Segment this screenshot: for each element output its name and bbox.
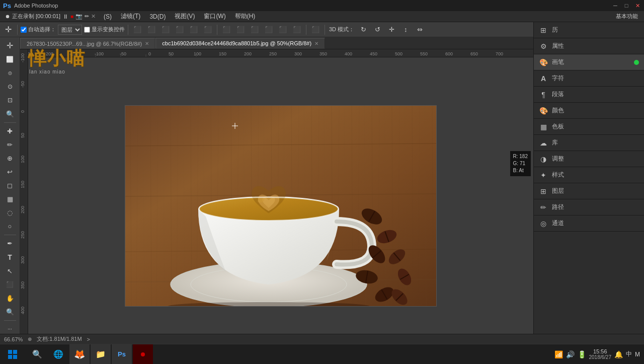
move-tool[interactable]: ✛ (3, 39, 18, 52)
3d-rotate-btn[interactable]: ↻ (357, 24, 369, 36)
lasso-tool[interactable]: ⌾ (3, 66, 18, 79)
tab-1[interactable]: 267830-1505230P...69...jpg @ 66.7%(RGB/8… (20, 38, 155, 49)
rp-color[interactable]: 🎨 颜色 (534, 103, 644, 119)
taskbar-record[interactable] (133, 344, 153, 365)
menu-s[interactable]: (S) (100, 12, 116, 21)
distribute-left-btn[interactable]: ⬛ (220, 24, 232, 36)
distribute-right-btn[interactable]: ⬛ (249, 24, 261, 36)
ruler-horizontal: -250 -200 -150 -100 -50 0 50 100 150 200… (20, 49, 533, 57)
taskbar-search[interactable]: 🔍 (27, 344, 47, 365)
taskbar-cortana[interactable]: 🌐 (48, 344, 68, 365)
quick-select-tool[interactable]: ⊙ (3, 80, 18, 93)
stop-btn[interactable]: ■ (70, 14, 73, 19)
eyedropper-tool[interactable]: 🔍 (3, 108, 18, 120)
align-center-h-btn[interactable]: ⬛ (145, 24, 157, 36)
ps-logo-icon: Ps (3, 2, 11, 10)
color-icon: 🎨 (539, 106, 548, 115)
tab-1-close[interactable]: ✕ (145, 41, 149, 46)
rp-adjustments[interactable]: ◑ 调整 (534, 151, 644, 167)
auto-select-checkbox[interactable]: 自动选择： (21, 26, 56, 33)
rp-character[interactable]: A 字符 (534, 70, 644, 87)
rp-cc-libraries[interactable]: ☁ 库 (534, 135, 644, 151)
rp-styles[interactable]: ✦ 样式 (534, 167, 644, 183)
show-transform-label: 显示变换控件 (92, 26, 125, 33)
rp-paths[interactable]: ✏ 路径 (534, 199, 644, 215)
recording-indicator: ⏺ 正在录制 [00:00:01] ⏸ ■ 📷 ✏ ✕ (2, 12, 99, 21)
notification-icon[interactable]: 🔔 (614, 350, 623, 358)
menu-help[interactable]: 帮助(H) (231, 11, 260, 22)
network-icon: 📶 (554, 350, 563, 358)
rp-channels[interactable]: ◎ 通道 (534, 215, 644, 232)
menu-filter[interactable]: 滤镜(T) (117, 11, 144, 22)
3d-scale-btn[interactable]: ⇔ (414, 24, 426, 36)
svg-rect-77 (8, 355, 12, 359)
rp-layers[interactable]: ⊞ 图层 (534, 183, 644, 199)
history-brush-tool[interactable]: ↩ (3, 166, 18, 178)
character-icon: A (539, 74, 548, 83)
rp-styles-label: 样式 (552, 171, 564, 179)
camera-btn[interactable]: 📷 (75, 13, 83, 20)
more-info-btn[interactable]: > (87, 336, 90, 342)
tab-2[interactable]: cbc1b6902d0384ce244468d9ca8801b5.jpg @ 5… (155, 38, 325, 49)
clone-tool[interactable]: ⊕ (3, 152, 18, 165)
layer-select[interactable]: 图层 组 (58, 25, 82, 35)
blur-tool[interactable]: ◌ (3, 206, 18, 219)
tab-2-close[interactable]: ✕ (314, 41, 318, 46)
clock[interactable]: 15:56 2018/6/27 (589, 348, 612, 360)
menu-window[interactable]: 窗口(W) (200, 11, 229, 22)
show-transform-checkbox[interactable]: 显示变换控件 (84, 26, 125, 33)
start-button[interactable] (0, 344, 25, 365)
brush-btn[interactable]: ✏ (85, 13, 89, 20)
rp-paragraph[interactable]: ¶ 段落 (534, 87, 644, 103)
menu-3d[interactable]: 3D(D) (145, 12, 170, 21)
3d-roll-btn[interactable]: ↺ (371, 24, 383, 36)
brush-tool[interactable]: ✏ (3, 138, 18, 151)
shape-tool[interactable]: ⬛ (3, 278, 18, 291)
tb-sep-5 (325, 25, 325, 35)
rp-properties[interactable]: ⚙ 属性 (534, 38, 644, 54)
distribute-center-v-btn[interactable]: ⬛ (277, 24, 289, 36)
maximize-button[interactable]: □ (623, 2, 630, 9)
rp-history-label: 历 (552, 26, 558, 34)
align-center-v-btn[interactable]: ⬛ (188, 24, 200, 36)
crop-tool[interactable]: ⊡ (3, 94, 18, 106)
3d-slide-btn[interactable]: ↕ (399, 24, 412, 36)
3d-pan-btn[interactable]: ✛ (385, 24, 397, 36)
doc-size: 文档:1.81M/1.81M (37, 335, 82, 343)
selection-tool[interactable]: ⬜ (3, 53, 18, 65)
path-select-tool[interactable]: ↖ (3, 265, 18, 277)
healing-tool[interactable]: ✚ (3, 125, 18, 137)
rp-swatches[interactable]: ▦ 色板 (534, 119, 644, 135)
align-top-btn[interactable]: ⬛ (174, 24, 186, 36)
align-bottom-btn[interactable]: ⬛ (202, 24, 214, 36)
gradient-tool[interactable]: ▦ (3, 193, 18, 205)
library-icon: 🎨 (539, 58, 548, 67)
close-recording-btn[interactable]: ✕ (91, 13, 96, 20)
type-tool[interactable]: T (3, 251, 18, 263)
taskbar-files[interactable]: 📁 (91, 344, 111, 365)
minimize-button[interactable]: ─ (612, 2, 619, 9)
align-extra-btn[interactable]: ⬛ (309, 24, 321, 36)
move-tool-btn[interactable]: ✛ (2, 24, 14, 36)
pen-tool[interactable]: ✒ (3, 237, 18, 250)
dodge-tool[interactable]: ○ (3, 220, 18, 233)
pause-btn[interactable]: ⏸ (62, 13, 68, 20)
distribute-bottom-btn[interactable]: ⬛ (291, 24, 303, 36)
svg-text:0: 0 (20, 110, 25, 113)
rp-library[interactable]: 🎨 画笔 (534, 54, 644, 70)
close-button[interactable]: ✕ (634, 2, 641, 9)
distribute-top-btn[interactable]: ⬛ (263, 24, 275, 36)
align-right-btn[interactable]: ⬛ (159, 24, 172, 36)
zoom-icon: ⊕ (28, 336, 32, 342)
taskbar-ps[interactable]: Ps (112, 344, 132, 365)
menu-view[interactable]: 视图(V) (171, 11, 199, 22)
rp-paragraph-label: 段落 (552, 90, 564, 99)
zoom-tool[interactable]: 🔍 (3, 306, 18, 318)
taskbar-firefox[interactable]: 🦊 (69, 344, 90, 365)
eraser-tool[interactable]: ◻ (3, 179, 18, 192)
align-left-btn[interactable]: ⬛ (131, 24, 143, 36)
history-icon: ⊞ (539, 26, 548, 35)
distribute-center-h-btn[interactable]: ⬛ (234, 24, 247, 36)
rp-history[interactable]: ⊞ 历 (534, 22, 644, 38)
hand-tool[interactable]: ✋ (3, 292, 18, 305)
